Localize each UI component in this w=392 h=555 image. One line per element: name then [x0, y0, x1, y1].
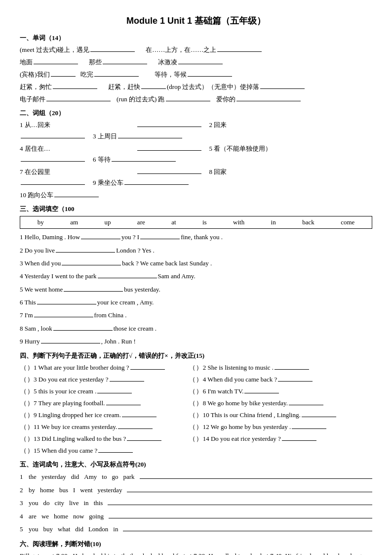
blank-phrase6[interactable]: [112, 155, 176, 162]
judge-blank-5l[interactable]: [97, 386, 132, 393]
judge-blank-10r[interactable]: [302, 410, 336, 417]
judge-blank-4r[interactable]: [278, 375, 313, 382]
wb-at: at: [171, 218, 176, 226]
blank-run[interactable]: [166, 94, 210, 101]
word-box: by am up are at is with in back come: [20, 216, 372, 229]
paren-l1: （: [20, 362, 27, 373]
blank-phrase3[interactable]: [118, 131, 182, 138]
fill-blank9[interactable]: [41, 337, 100, 343]
judge-blank-12r[interactable]: [292, 422, 326, 429]
sentence-blank3[interactable]: [108, 498, 372, 505]
blank-phrase4[interactable]: [137, 144, 201, 151]
vocab-row4: 赶紧，匆忙 赶紧，赶快 (drop 过去式）（无意中）使掉落: [20, 82, 372, 92]
judge-blank-2r[interactable]: [274, 363, 309, 370]
judge-blank-13l[interactable]: [127, 434, 161, 441]
fill-blank8[interactable]: [53, 324, 113, 331]
vocab-row3: (宾格)我们 吃完 等待，等候: [20, 69, 372, 80]
judge-row3: （ ） 5 this is your ice cream . （ ） 6 I'm…: [20, 386, 372, 397]
blank-drop[interactable]: [260, 82, 305, 89]
judge-blank-9l[interactable]: [122, 410, 157, 417]
paren-r1: ）: [27, 362, 34, 373]
judge-blank-11l[interactable]: [118, 422, 153, 429]
fill-s5: 5 We went home bus yesterday.: [20, 284, 372, 295]
judge-row8: （ ） 15 When did you came ?: [20, 445, 372, 456]
blank-email[interactable]: [46, 94, 111, 101]
blank-phrase10[interactable]: [54, 190, 99, 197]
phrase6-label: 6 等待: [93, 154, 111, 165]
phrase3-label: 3 上周日: [93, 131, 117, 142]
fill-blank3[interactable]: [62, 258, 121, 265]
vocab-above-label: 在……上方，在……之上: [146, 44, 216, 55]
section4-title: 四、判断下列句子是否正确，正确的打√，错误的打×，并改正(15): [20, 351, 372, 360]
wb-up: up: [104, 218, 111, 226]
blank-hurry2[interactable]: [141, 82, 166, 89]
page-title: Module 1 Unit 1 基础篇（五年级）: [20, 15, 372, 27]
blank-phrase1[interactable]: [137, 120, 201, 127]
blank-phrase7[interactable]: [137, 167, 201, 174]
wb-with: with: [233, 218, 244, 226]
judge-blank-14r[interactable]: [282, 434, 316, 441]
judge-row7: （ ） 13 Did Lingling walked to the bus ? …: [20, 433, 372, 444]
section3-title: 三、选词填空（100: [20, 205, 372, 213]
vocab-eatup-label: 吃完: [80, 69, 93, 80]
fill-s2: 2 Do you live London ? Yes .: [20, 245, 372, 256]
phrase5-label: 5 看（不能单独使用）: [209, 143, 326, 154]
sentence-blank5[interactable]: [123, 524, 372, 531]
phrase9-label: 9 乘坐公车: [93, 177, 123, 188]
fill-blank4[interactable]: [98, 271, 157, 278]
blank-us[interactable]: [51, 70, 76, 77]
fill-s6: 6 This your ice cream , Amy.: [20, 297, 372, 308]
judge-blank-8r[interactable]: [289, 398, 323, 405]
fill-s8: 8 Sam , look those ice cream .: [20, 323, 372, 334]
sentence-blank1[interactable]: [140, 472, 372, 479]
blank-phrase5[interactable]: [21, 155, 85, 162]
blank-those[interactable]: [103, 57, 147, 64]
sentence-row1: 1 the yesterday did Amy to go park: [20, 471, 372, 482]
vocab-hurry2-label: 赶紧，赶快: [108, 82, 140, 92]
judge-blank-15l[interactable]: [98, 446, 133, 453]
phrase-row2: 4 居住在… 5 看（不能单独使用） 6 等待: [20, 143, 372, 165]
section2-title: 二、词组（20）: [20, 109, 372, 118]
vocab-row1: (meet 过去式)碰上，遇见 在……上方，在……之上: [20, 44, 372, 55]
blank-above[interactable]: [217, 45, 262, 52]
wb-back: back: [302, 218, 314, 226]
fill-blank5[interactable]: [64, 285, 123, 292]
sentence-blank2[interactable]: [127, 485, 372, 492]
blank-phrase9[interactable]: [124, 178, 189, 185]
judge-blank-3l[interactable]: [110, 375, 144, 382]
sentence-blank4[interactable]: [109, 512, 372, 518]
fill-blank2[interactable]: [56, 246, 115, 253]
blank-hurry[interactable]: [53, 82, 97, 89]
judge-row6: （ ） 11 We buy ice creams yesterday. （ ） …: [20, 422, 372, 432]
fill-blank6[interactable]: [37, 298, 96, 304]
fill-blank7[interactable]: [34, 310, 93, 317]
fill-blank1b[interactable]: [140, 232, 180, 239]
phrase4-label: 4 居住在…: [20, 143, 136, 154]
blank-ground[interactable]: [34, 57, 78, 64]
paren-l2: （: [189, 362, 196, 373]
judge-row1: （ ） 1 What are your little brother doing…: [20, 362, 372, 373]
sentence-row4: 4 are we home now going: [20, 511, 372, 522]
blank-meet[interactable]: [90, 45, 135, 52]
phrase-row4: 10 跑向公车: [20, 190, 372, 201]
blank-icecream[interactable]: [178, 57, 223, 64]
judge-blank-1l[interactable]: [130, 363, 165, 370]
wb-am: am: [70, 218, 78, 226]
wb-in: in: [271, 218, 276, 226]
blank-phrase2[interactable]: [21, 131, 85, 138]
phrase1-label: 1 从…回来: [20, 120, 136, 130]
phrase2-label: 2 回来: [209, 120, 326, 130]
fill-s1: 1 Hello, Daming . How you ? I fine, than…: [20, 231, 372, 243]
judge-blank-7l[interactable]: [106, 398, 141, 405]
vocab-email-label: 电子邮件: [20, 94, 45, 105]
blank-phrase8[interactable]: [21, 178, 85, 185]
blank-wait[interactable]: [188, 70, 232, 77]
fill-s7: 7 I'm from China .: [20, 309, 372, 321]
fill-s9: 9 Hurry , John . Run !: [20, 336, 372, 347]
phrase10-label: 10 跑向公车: [20, 190, 53, 201]
blank-loveyou[interactable]: [236, 94, 301, 101]
wb-come: come: [341, 218, 354, 226]
fill-blank1a[interactable]: [81, 232, 120, 239]
judge-blank-6r[interactable]: [244, 386, 279, 393]
blank-eatup[interactable]: [94, 70, 139, 77]
